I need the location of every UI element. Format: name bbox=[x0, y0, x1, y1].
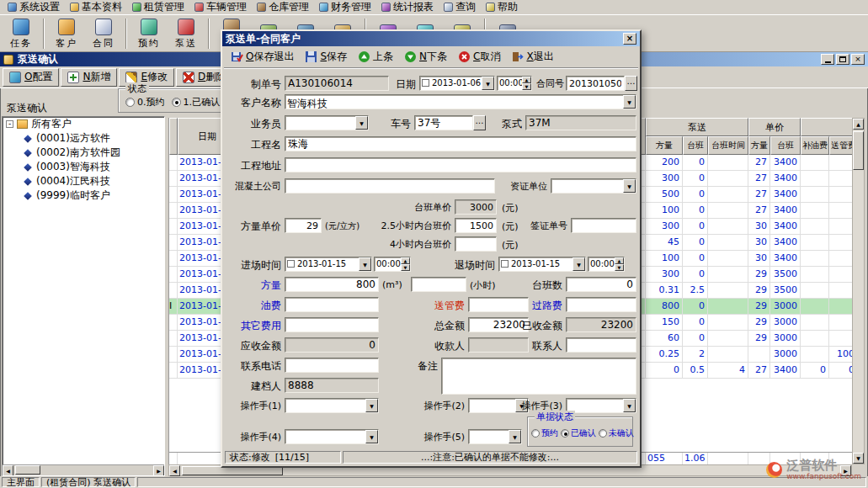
scroll-up-icon[interactable]: ▲ bbox=[853, 119, 864, 130]
shift-count-field[interactable] bbox=[566, 277, 636, 292]
menu-basic-data[interactable]: 基本资料 bbox=[65, 1, 127, 14]
contract-button[interactable]: 合同 bbox=[86, 17, 121, 50]
statusbar-tab-pump-confirm[interactable]: (租赁合同) 泵送确认 bbox=[41, 477, 136, 487]
doc-state-confirmed[interactable]: 已确认 bbox=[561, 427, 596, 439]
operator5-select[interactable]: ▼ bbox=[468, 429, 522, 444]
header-pipe-fee[interactable]: 送管费 bbox=[829, 136, 852, 155]
next-record-button[interactable]: N下条 bbox=[404, 50, 447, 64]
customer-select[interactable]: 智海科技▼ bbox=[285, 94, 636, 109]
checkbox-icon[interactable] bbox=[287, 260, 295, 268]
save-exit-button[interactable]: O保存退出 bbox=[231, 50, 294, 64]
browse-icon[interactable]: … bbox=[625, 76, 637, 91]
save-button[interactable]: S保存 bbox=[305, 50, 347, 64]
time-spinner[interactable]: 00:00▲▼ bbox=[497, 76, 532, 91]
radio-icon[interactable] bbox=[531, 429, 540, 438]
tree-item-customer[interactable]: (0002)南方软件园 bbox=[3, 146, 164, 160]
operator1-select[interactable]: ▼ bbox=[285, 398, 379, 413]
header-shift[interactable]: 台班 bbox=[683, 136, 708, 155]
chevron-down-icon[interactable]: ▼ bbox=[623, 399, 636, 412]
configure-button[interactable]: O配置 bbox=[3, 68, 59, 87]
chevron-down-icon[interactable]: ▼ bbox=[572, 257, 585, 271]
restore-button[interactable] bbox=[836, 54, 849, 65]
pump-button[interactable]: 泵送 bbox=[168, 17, 204, 50]
close-button[interactable]: × bbox=[851, 54, 865, 65]
dialog-title-bar[interactable]: 泵送单-合同客户 × bbox=[222, 31, 640, 46]
task-button[interactable]: 任务 bbox=[3, 17, 39, 50]
operator3-select[interactable]: ▼ bbox=[566, 398, 636, 413]
tree-root-all-customers[interactable]: - 所有客户 bbox=[3, 117, 164, 131]
filter-option-reserved[interactable]: 0.预约 bbox=[125, 96, 165, 109]
scroll-left-icon[interactable]: ◀ bbox=[169, 465, 180, 476]
scroll-right-icon[interactable]: ▶ bbox=[153, 465, 164, 476]
oil-fee-field[interactable] bbox=[285, 297, 379, 312]
cert-unit-select[interactable]: ▼ bbox=[551, 178, 636, 194]
creator-field[interactable] bbox=[285, 378, 379, 393]
filter-option-confirmed[interactable]: 1.已确认 bbox=[172, 96, 221, 109]
h25-shift-price-field[interactable] bbox=[455, 218, 497, 233]
header-shift-price[interactable]: 台班 bbox=[770, 136, 801, 155]
menu-query[interactable]: 查询 bbox=[439, 1, 481, 14]
tree-item-customer[interactable]: (0004)江民科技 bbox=[3, 174, 164, 188]
chevron-down-icon[interactable]: ▼ bbox=[509, 430, 521, 443]
previous-record-button[interactable]: 上条 bbox=[358, 50, 393, 64]
checkbox-icon[interactable] bbox=[422, 79, 429, 87]
volume-field[interactable] bbox=[285, 277, 379, 292]
statusbar-tab-main[interactable]: 主界面 bbox=[2, 477, 40, 487]
chevron-down-icon[interactable]: ▼ bbox=[365, 399, 378, 412]
h4-shift-price-field[interactable] bbox=[455, 236, 497, 252]
tree-horizontal-scrollbar[interactable]: ◀ ▶ bbox=[3, 464, 164, 475]
scrollbar-thumb[interactable] bbox=[15, 465, 40, 475]
menu-vehicle[interactable]: 车辆管理 bbox=[189, 1, 252, 14]
reservation-button[interactable]: 预约 bbox=[131, 17, 167, 50]
menu-reports[interactable]: 统计报表 bbox=[376, 1, 439, 14]
header-volume[interactable]: 方量 bbox=[646, 136, 683, 155]
chevron-down-icon[interactable]: ▼ bbox=[365, 430, 378, 443]
menu-warehouse[interactable]: 仓库管理 bbox=[252, 1, 314, 14]
doc-state-reserved[interactable]: 预约 bbox=[531, 427, 558, 439]
received-field[interactable] bbox=[566, 317, 636, 332]
exit-date-picker[interactable]: 2013-01-15▼ bbox=[498, 257, 586, 272]
tree-item-customer[interactable]: (9999)临时客户 bbox=[3, 188, 164, 203]
docno-field[interactable] bbox=[285, 76, 389, 91]
collapse-icon[interactable]: - bbox=[6, 120, 13, 128]
scroll-left-icon[interactable]: ◀ bbox=[3, 465, 13, 476]
chevron-down-icon[interactable]: ▼ bbox=[355, 116, 368, 130]
header-volume-price[interactable]: 方量 bbox=[748, 136, 770, 155]
hours-field[interactable] bbox=[411, 277, 466, 292]
enter-time-spinner[interactable]: 00:00▲▼ bbox=[374, 257, 411, 272]
menu-system[interactable]: 系统设置 bbox=[3, 1, 65, 14]
chevron-down-icon[interactable]: ▼ bbox=[623, 95, 636, 109]
add-button[interactable]: N新增 bbox=[61, 68, 117, 87]
enter-date-picker[interactable]: 2013-01-15▼ bbox=[285, 257, 372, 272]
tree-item-customer[interactable]: (0003)智海科技 bbox=[3, 160, 164, 174]
contact-field[interactable] bbox=[566, 337, 636, 353]
spinner-icons[interactable]: ▲▼ bbox=[522, 77, 531, 90]
address-field[interactable] bbox=[285, 157, 636, 172]
truck-field[interactable] bbox=[414, 115, 473, 130]
dialog-close-button[interactable]: × bbox=[623, 33, 636, 45]
header-group-pump[interactable]: 泵送 bbox=[646, 118, 748, 136]
shift-price-field[interactable] bbox=[455, 199, 497, 215]
radio-icon[interactable] bbox=[561, 429, 569, 438]
spinner-icons[interactable]: ▲▼ bbox=[401, 257, 410, 271]
date-picker[interactable]: 2013-01-06▼ bbox=[419, 76, 495, 91]
chevron-down-icon[interactable]: ▼ bbox=[482, 77, 494, 90]
project-field[interactable] bbox=[285, 136, 636, 151]
radio-icon[interactable] bbox=[172, 98, 181, 107]
exit-time-spinner[interactable]: 00:00▲▼ bbox=[588, 257, 625, 272]
pump-type-field[interactable] bbox=[525, 115, 636, 130]
salesman-select[interactable]: ▼ bbox=[285, 115, 369, 130]
menu-help[interactable]: 帮助 bbox=[481, 1, 523, 14]
menu-finance[interactable]: 财务管理 bbox=[314, 1, 376, 14]
operator4-select[interactable]: ▼ bbox=[285, 429, 379, 444]
scrollbar-thumb[interactable] bbox=[853, 131, 864, 170]
spinner-icons[interactable]: ▲▼ bbox=[615, 257, 624, 271]
header-oil-fee[interactable]: 补油费 bbox=[801, 136, 829, 155]
header-group-price[interactable]: 单价 bbox=[748, 118, 801, 136]
volume-price-field[interactable] bbox=[285, 218, 322, 233]
sign-no-field[interactable] bbox=[571, 218, 636, 233]
chevron-down-icon[interactable]: ▼ bbox=[623, 179, 636, 193]
grid-vertical-scrollbar[interactable]: ▲ ▼ bbox=[852, 118, 865, 464]
doc-state-unconfirmed[interactable]: 未确认 bbox=[599, 427, 634, 439]
concrete-company-field[interactable] bbox=[285, 178, 495, 194]
